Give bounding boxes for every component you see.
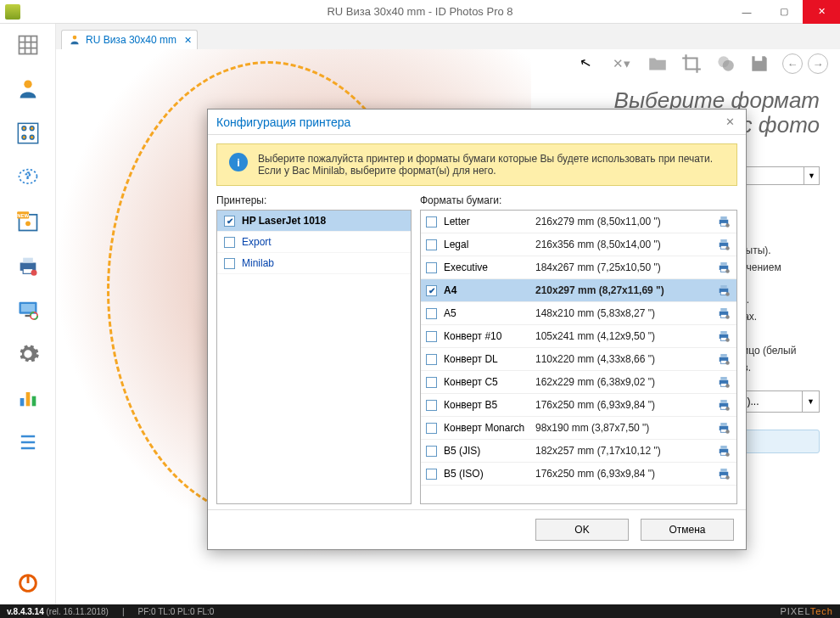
printer-settings-icon[interactable] [716, 420, 731, 435]
format-dimensions: 148x210 mm (5,83x8,27 ") [535, 307, 709, 319]
svg-rect-58 [720, 377, 727, 380]
format-row[interactable]: B5 (ISO)176x250 mm (6,93x9,84 ") [421, 463, 736, 486]
checkbox[interactable] [426, 354, 437, 365]
checkbox[interactable] [426, 308, 437, 319]
nav-forward-button[interactable]: → [808, 53, 828, 74]
format-name: B5 (ISO) [444, 468, 529, 480]
printer-icon[interactable] [14, 251, 42, 280]
checkbox[interactable] [426, 469, 437, 480]
printer-settings-icon[interactable] [716, 260, 731, 275]
svg-rect-50 [720, 331, 727, 334]
format-name: Legal [444, 239, 529, 250]
crop-icon[interactable] [680, 53, 703, 75]
svg-text:NEW: NEW [17, 213, 29, 218]
ok-button[interactable]: OK [535, 519, 629, 541]
printer-row[interactable]: Minilab [217, 253, 411, 274]
format-row[interactable]: Legal216x356 mm (8,50x14,00 ") [421, 233, 736, 256]
close-tab-icon[interactable]: ✕▾ [613, 53, 635, 75]
printer-row[interactable]: Export [217, 232, 411, 253]
chevron-down-icon[interactable]: ▼ [802, 391, 819, 412]
checkbox[interactable] [426, 239, 437, 250]
svg-rect-0 [19, 37, 36, 54]
svg-point-76 [725, 475, 730, 480]
printer-settings-icon[interactable] [716, 329, 731, 344]
format-row[interactable]: Конверт DL110x220 mm (4,33x8,66 ") [421, 348, 736, 371]
printer-name: Export [242, 236, 272, 248]
format-row[interactable]: A5148x210 mm (5,83x8,27 ") [421, 302, 736, 325]
checkbox[interactable] [426, 216, 437, 228]
list-icon[interactable] [14, 428, 42, 457]
checkbox[interactable] [224, 237, 235, 248]
checkbox[interactable] [426, 377, 437, 388]
svg-text:?: ? [25, 171, 31, 181]
printer-settings-icon[interactable] [716, 466, 731, 481]
nav-back-button[interactable]: ← [782, 53, 803, 74]
svg-point-72 [725, 452, 730, 457]
printer-settings-icon[interactable] [716, 214, 731, 229]
svg-point-12 [25, 221, 31, 226]
format-row[interactable]: Letter216x279 mm (8,50x11,00 ") [421, 211, 736, 233]
group-icon[interactable] [14, 119, 42, 148]
format-name: A4 [444, 284, 529, 296]
printers-listbox[interactable]: ✔HP LaserJet 1018ExportMinilab [216, 210, 412, 504]
format-name: Конверт #10 [444, 330, 529, 342]
tab-current[interactable]: RU Виза 30x40 mm ✕ [61, 30, 198, 49]
monitor-icon[interactable] [14, 295, 42, 324]
checkbox[interactable] [426, 446, 437, 457]
svg-point-4 [30, 126, 34, 131]
svg-point-68 [725, 430, 730, 434]
tab-strip: RU Виза 30x40 mm ✕ [56, 24, 840, 49]
svg-point-1 [24, 81, 31, 88]
tab-close-icon[interactable]: ✕ [184, 35, 192, 46]
layout-crop-icon[interactable] [14, 31, 42, 59]
printer-row[interactable]: ✔HP LaserJet 1018 [217, 211, 411, 232]
format-row[interactable]: Executive184x267 mm (7,25x10,50 ") [421, 256, 736, 279]
svg-point-6 [30, 135, 34, 139]
format-row[interactable]: Конверт B5176x250 mm (6,93x9,84 ") [421, 394, 736, 417]
printer-settings-icon[interactable] [716, 443, 731, 458]
checkbox[interactable] [426, 262, 437, 273]
save-icon[interactable] [748, 53, 770, 75]
color-adjust-icon[interactable] [714, 53, 736, 75]
format-name: A5 [444, 307, 529, 319]
svg-point-26 [73, 36, 77, 40]
format-row[interactable]: Конверт #10105x241 mm (4,12x9,50 ") [421, 325, 736, 348]
new-template-icon[interactable]: NEW [14, 207, 42, 236]
format-row[interactable]: Конверт Monarch98x190 mm (3,87x7,50 ") [421, 417, 736, 440]
checkbox[interactable] [224, 258, 235, 269]
printer-settings-icon[interactable] [716, 374, 731, 390]
checkbox[interactable] [426, 400, 437, 411]
checkbox[interactable] [426, 331, 437, 342]
format-dimensions: 182x257 mm (7,17x10,12 ") [535, 445, 709, 457]
workspace: RU Виза 30x40 mm ✕ ✕▾ ← → Выберите форма… [56, 24, 840, 604]
printer-settings-icon[interactable] [716, 237, 731, 252]
svg-rect-23 [25, 392, 30, 406]
dialog-close-button[interactable]: ✕ [722, 115, 737, 128]
format-name: Letter [444, 216, 529, 228]
printer-settings-icon[interactable] [716, 351, 731, 367]
settings-gear-icon[interactable] [14, 340, 42, 368]
format-row[interactable]: Конверт C5162x229 mm (6,38x9,02 ") [421, 371, 736, 394]
checkbox[interactable]: ✔ [224, 216, 235, 227]
printer-settings-icon[interactable] [716, 306, 731, 321]
checkbox[interactable]: ✔ [426, 285, 437, 296]
power-button[interactable] [14, 569, 42, 598]
svg-point-16 [31, 270, 36, 276]
person-icon[interactable] [14, 75, 42, 104]
svg-rect-62 [720, 400, 727, 403]
checkbox[interactable] [426, 423, 437, 434]
format-row[interactable]: ✔A4210x297 mm (8,27x11,69 ") [421, 279, 736, 302]
formats-listbox[interactable]: Letter216x279 mm (8,50x11,00 ")Legal216x… [420, 210, 737, 504]
format-row[interactable]: B5 (JIS)182x257 mm (7,17x10,12 ") [421, 440, 736, 463]
open-file-icon[interactable] [647, 53, 669, 75]
printer-config-dialog: Конфигурация принтера ✕ i Выберите пожал… [207, 109, 747, 550]
printer-settings-icon[interactable] [716, 397, 731, 413]
status-counters: PF:0 TL:0 PL:0 FL:0 [138, 607, 215, 616]
svg-point-40 [725, 269, 730, 273]
dialog-title: Конфигурация принтера [216, 115, 350, 129]
help-chat-icon[interactable]: ? [14, 163, 42, 192]
stats-icon[interactable] [14, 384, 42, 413]
svg-rect-54 [720, 354, 727, 357]
cancel-button[interactable]: Отмена [641, 519, 734, 541]
printer-settings-icon[interactable] [716, 283, 731, 298]
